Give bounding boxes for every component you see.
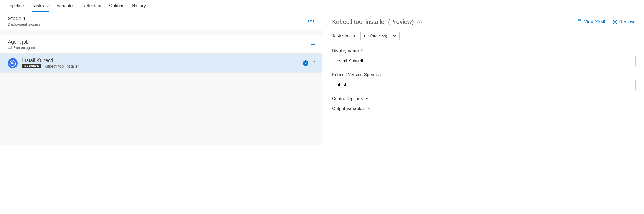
chevron-down-icon bbox=[393, 35, 396, 37]
view-yaml-label: View YAML bbox=[584, 19, 606, 24]
divider bbox=[372, 99, 636, 99]
detail-title: Kubectl tool installer (Preview) bbox=[332, 18, 414, 26]
tab-tasks-label: Tasks bbox=[32, 3, 44, 8]
tab-options[interactable]: Options bbox=[109, 3, 124, 12]
close-icon bbox=[613, 20, 617, 24]
kubernetes-icon bbox=[8, 58, 18, 68]
task-version-label: Task version bbox=[332, 34, 357, 39]
tab-variables[interactable]: Variables bbox=[56, 3, 75, 12]
svg-point-14 bbox=[313, 63, 313, 63]
remove-button[interactable]: Remove bbox=[613, 19, 636, 24]
task-tool-label: Kubectl tool installer bbox=[44, 64, 79, 68]
left-pane: Stage 1 Deployment process ••• Agent job… bbox=[0, 12, 322, 145]
required-asterisk: * bbox=[361, 49, 363, 54]
svg-rect-1 bbox=[8, 47, 12, 48]
stage-row[interactable]: Stage 1 Deployment process ••• bbox=[0, 12, 322, 30]
remove-label: Remove bbox=[619, 19, 636, 24]
svg-point-13 bbox=[314, 61, 315, 62]
task-selected-icon bbox=[303, 60, 308, 66]
display-name-input[interactable] bbox=[332, 56, 636, 66]
stage-subtitle: Deployment process bbox=[8, 22, 41, 26]
task-version-value: 0.* (preview) bbox=[364, 34, 387, 38]
svg-rect-2 bbox=[8, 49, 12, 49]
chevron-down-icon bbox=[367, 108, 371, 110]
control-options-toggle[interactable]: Control Options bbox=[332, 96, 636, 101]
chevron-down-icon bbox=[365, 98, 369, 100]
task-row[interactable]: Install Kubectl PREVIEW Kubectl tool ins… bbox=[0, 54, 322, 73]
display-name-label: Display name bbox=[332, 49, 359, 54]
svg-point-17 bbox=[314, 64, 315, 65]
task-title: Install Kubectl bbox=[22, 58, 298, 63]
add-task-button[interactable]: + bbox=[311, 40, 315, 49]
info-icon[interactable]: i bbox=[376, 73, 381, 77]
agent-job-title: Agent job bbox=[8, 39, 35, 45]
version-spec-label: Kubectl Version Spec bbox=[332, 72, 374, 77]
drag-handle[interactable] bbox=[312, 61, 315, 65]
svg-point-15 bbox=[314, 63, 315, 63]
right-pane: Kubectl tool installer (Preview) i View … bbox=[322, 12, 644, 145]
agent-job-row[interactable]: Agent job Run on agent + bbox=[0, 35, 322, 54]
output-variables-label: Output Variables bbox=[332, 106, 365, 111]
control-options-label: Control Options bbox=[332, 96, 363, 101]
output-variables-toggle[interactable]: Output Variables bbox=[332, 106, 636, 111]
svg-point-16 bbox=[313, 64, 313, 65]
svg-line-6 bbox=[13, 62, 15, 63]
tab-tasks[interactable]: Tasks bbox=[32, 3, 49, 12]
version-spec-input[interactable] bbox=[332, 80, 636, 90]
chevron-down-icon bbox=[46, 5, 49, 7]
svg-point-12 bbox=[313, 61, 313, 62]
svg-line-11 bbox=[11, 62, 13, 63]
tab-pipeline[interactable]: Pipeline bbox=[8, 3, 24, 12]
clipboard-icon bbox=[577, 19, 582, 24]
stage-more-button[interactable]: ••• bbox=[308, 18, 315, 24]
stage-title: Stage 1 bbox=[8, 16, 41, 22]
info-icon[interactable]: i bbox=[417, 20, 422, 24]
view-yaml-button[interactable]: View YAML bbox=[577, 19, 606, 24]
tabs-bar: Pipeline Tasks Variables Retention Optio… bbox=[0, 0, 644, 12]
server-icon bbox=[8, 46, 12, 49]
agent-job-subtitle: Run on agent bbox=[13, 45, 35, 50]
preview-badge: PREVIEW bbox=[22, 64, 41, 68]
svg-rect-0 bbox=[8, 46, 12, 47]
tab-retention[interactable]: Retention bbox=[82, 3, 102, 12]
divider bbox=[373, 109, 636, 109]
task-version-select[interactable]: 0.* (preview) bbox=[360, 32, 400, 40]
tab-history[interactable]: History bbox=[132, 3, 146, 12]
